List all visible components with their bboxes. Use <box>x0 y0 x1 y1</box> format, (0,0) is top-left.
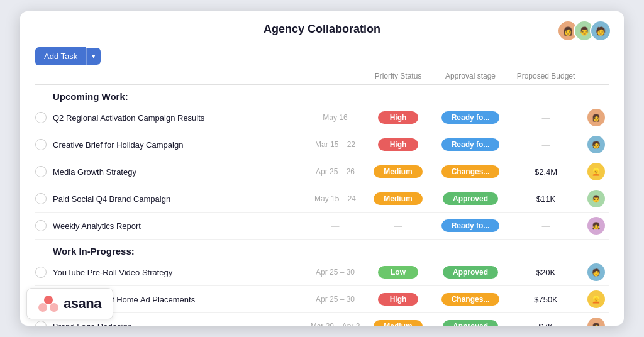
task-budget: $2.4M <box>508 167 584 177</box>
task-budget: — <box>508 113 584 123</box>
sections-container: Upcoming Work:Q2 Regional Activation Cam… <box>35 85 609 326</box>
section-label-1: Work In-Progress: <box>35 240 609 259</box>
task-budget: $20K <box>508 268 584 277</box>
table-row: Upcoming Out of Home Ad PlacementsApr 25… <box>35 286 609 313</box>
task-budget: $750K <box>508 295 584 304</box>
approval-label: Approved <box>443 266 498 279</box>
task-checkbox[interactable] <box>35 139 47 150</box>
table-row: Media Growth StrategyApr 25 – 26MediumCh… <box>35 158 609 185</box>
table-row: Paid Social Q4 Brand CampaignMay 15 – 24… <box>35 185 609 213</box>
task-budget: $7K <box>508 322 584 326</box>
task-avatar: 👩 <box>584 318 609 326</box>
approval-badge: Approved <box>433 192 508 205</box>
page-title: Agency Collaboration <box>264 23 380 36</box>
task-name: Media Growth Strategy <box>53 167 307 177</box>
task-name: Paid Social Q4 Brand Campaign <box>53 194 307 204</box>
approval-label: Ready fo... <box>441 138 500 151</box>
table-row: Creative Brief for Holiday CampaignMar 1… <box>35 131 609 158</box>
task-budget: $11K <box>508 194 584 204</box>
asana-text: asana <box>64 296 101 312</box>
priority-label: Medium <box>374 192 422 205</box>
avatar: 🧑 <box>587 136 605 153</box>
priority-badge: Medium <box>364 165 433 178</box>
avatar: 👱 <box>587 163 605 180</box>
svg-point-1 <box>38 303 47 312</box>
table-row: Brand Logo RedesignMar 29 – Apr 2MediumA… <box>35 313 609 326</box>
title-bar: Agency Collaboration 👩 👨 🧑 <box>20 11 624 42</box>
approval-badge: Changes... <box>433 165 508 178</box>
task-date: Mar 29 – Apr 2 <box>307 322 364 326</box>
priority-label: High <box>378 293 418 306</box>
task-avatar: 👩 <box>584 109 609 126</box>
task-date: Apr 25 – 30 <box>307 268 364 277</box>
priority-label: Medium <box>374 165 422 178</box>
asana-logo: asana <box>26 288 113 319</box>
task-checkbox[interactable] <box>35 166 47 177</box>
priority-badge: High <box>364 111 433 124</box>
priority-badge: Medium <box>364 192 433 205</box>
table-row: Weekly Analytics Report——Ready fo...—👧 <box>35 213 609 240</box>
table-row: Q2 Regional Activation Campaign ResultsM… <box>35 104 609 131</box>
approval-badge: Ready fo... <box>433 111 508 124</box>
task-name: Creative Brief for Holiday Campaign <box>53 140 307 150</box>
avatar: 👱 <box>587 290 605 308</box>
add-task-dropdown-button[interactable]: ▾ <box>86 48 101 65</box>
toolbar: Add Task ▾ <box>35 42 609 72</box>
task-date: Mar 15 – 22 <box>307 140 364 149</box>
approval-badge: Approved <box>433 320 508 326</box>
svg-point-2 <box>50 303 58 312</box>
col-header-budget: Proposed Budget <box>508 72 584 80</box>
column-headers: Priority Status Approval stage Proposed … <box>35 72 609 85</box>
task-checkbox[interactable] <box>35 193 47 204</box>
avatar: 🧑 <box>587 263 605 281</box>
priority-label: Medium <box>374 320 422 326</box>
task-avatar: 🧑 <box>584 263 609 281</box>
task-checkbox[interactable] <box>35 267 47 278</box>
task-budget: — <box>508 140 584 150</box>
col-header-approval: Approval stage <box>433 72 508 80</box>
task-name: Weekly Analytics Report <box>53 221 307 231</box>
asana-icon <box>38 295 58 312</box>
avatar: 👩 <box>587 109 605 126</box>
avatar: 👩 <box>587 318 605 326</box>
task-date: Apr 25 – 30 <box>307 295 364 304</box>
priority-badge: High <box>364 293 433 306</box>
task-budget: — <box>508 221 584 231</box>
approval-label: Approved <box>443 320 498 326</box>
section-label-0: Upcoming Work: <box>35 85 609 104</box>
approval-badge: Changes... <box>433 293 508 306</box>
approval-label: Changes... <box>441 293 500 306</box>
add-task-button[interactable]: Add Task <box>35 47 86 65</box>
priority-badge: — <box>364 221 433 231</box>
task-checkbox[interactable] <box>35 112 47 123</box>
avatar: 👨 <box>587 190 605 207</box>
task-checkbox[interactable] <box>35 321 47 326</box>
task-checkbox[interactable] <box>35 220 47 231</box>
approval-label: Approved <box>443 192 498 205</box>
priority-label: Low <box>378 266 418 279</box>
task-date: May 16 <box>307 113 364 122</box>
task-name: YouTube Pre-Roll Video Strategy <box>53 268 307 277</box>
task-avatar: 👱 <box>584 290 609 308</box>
task-date: May 15 – 24 <box>307 194 364 203</box>
table-row: YouTube Pre-Roll Video StrategyApr 25 – … <box>35 259 609 286</box>
priority-label: High <box>378 111 418 124</box>
content-area: Add Task ▾ Priority Status Approval stag… <box>20 42 624 326</box>
priority-badge: Medium <box>364 320 433 326</box>
table-container: Priority Status Approval stage Proposed … <box>35 72 609 326</box>
priority-badge: Low <box>364 266 433 279</box>
task-avatar: 🧑 <box>584 136 609 153</box>
priority-badge: High <box>364 138 433 151</box>
approval-badge: Ready fo... <box>433 138 508 151</box>
col-header-priority: Priority Status <box>364 72 433 80</box>
approval-label: Ready fo... <box>441 219 500 232</box>
main-window: Agency Collaboration 👩 👨 🧑 Add Task ▾ Pr… <box>20 11 624 326</box>
task-name: Q2 Regional Activation Campaign Results <box>53 113 307 123</box>
task-avatar: 👱 <box>584 163 609 180</box>
avatar-group: 👩 👨 🧑 <box>557 20 611 41</box>
approval-badge: Approved <box>433 266 508 279</box>
task-date: — <box>307 221 364 231</box>
priority-label: High <box>378 138 418 151</box>
approval-label: Ready fo... <box>441 111 500 124</box>
task-avatar: 👨 <box>584 190 609 207</box>
